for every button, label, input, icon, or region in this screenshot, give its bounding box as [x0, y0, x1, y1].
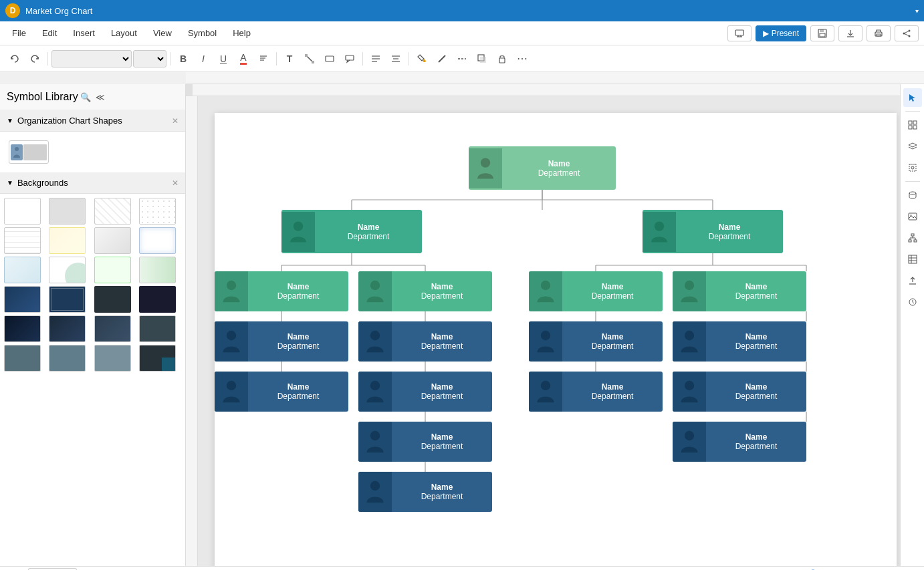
bg-item-13[interactable] — [4, 286, 41, 313]
italic-button[interactable]: I — [194, 49, 213, 68]
text-button[interactable] — [254, 49, 273, 68]
org-node-l3-5[interactable]: Name Department — [358, 372, 492, 412]
right-panel-layers-button[interactable] — [903, 137, 922, 156]
org-shape-item-person[interactable] — [9, 140, 49, 164]
bg-item-23[interactable] — [94, 345, 131, 372]
fit-page-button[interactable] — [899, 565, 917, 571]
bg-item-7[interactable] — [94, 227, 131, 254]
menu-view[interactable]: View — [146, 25, 179, 41]
menu-help[interactable]: Help — [226, 25, 257, 41]
bg-item-10[interactable] — [49, 257, 86, 283]
org-node-l2-2[interactable]: Name Department — [529, 271, 663, 311]
fill-color-button[interactable] — [413, 49, 431, 68]
print-button[interactable] — [867, 25, 891, 41]
bg-item-pattern1[interactable] — [94, 198, 131, 225]
more-options-button[interactable]: ⋯ — [513, 49, 532, 68]
org-shapes-section-header[interactable]: ▼ Organization Chart Shapes ✕ — [0, 110, 185, 132]
screen-button[interactable] — [727, 25, 752, 41]
redo-button[interactable] — [25, 49, 44, 68]
org-node-l1-left[interactable]: Name Department — [281, 210, 422, 253]
underline-button[interactable]: U — [214, 49, 233, 68]
lock-button[interactable] — [493, 49, 511, 68]
shadow-button[interactable] — [473, 49, 491, 68]
right-panel-database-button[interactable] — [903, 186, 922, 204]
right-panel-image-button[interactable] — [903, 207, 922, 226]
right-panel-table-button[interactable] — [903, 250, 922, 269]
undo-button[interactable] — [5, 49, 24, 68]
bg-item-18[interactable] — [49, 315, 86, 342]
right-panel-crop-button[interactable] — [903, 158, 922, 177]
canvas[interactable]: Name Department Name Department — [215, 113, 897, 566]
page-tab-1[interactable]: Page-1 ▾ — [28, 568, 77, 571]
search-button[interactable]: 🔍 — [78, 90, 93, 104]
org-node-l2-3[interactable]: Name Department — [673, 271, 806, 311]
right-panel-history-button[interactable] — [903, 293, 922, 311]
menu-layout[interactable]: Layout — [104, 25, 144, 41]
right-panel-import-button[interactable] — [903, 271, 922, 290]
menu-edit[interactable]: Edit — [35, 25, 64, 41]
bg-item-14[interactable] — [49, 286, 86, 313]
bg-item-22[interactable] — [49, 345, 86, 372]
org-node-l2-1[interactable]: Name Department — [358, 271, 492, 311]
align-more-button[interactable] — [386, 49, 405, 68]
collapse-sidebar-button[interactable]: ≪ — [93, 90, 108, 104]
shape-button[interactable] — [320, 49, 339, 68]
bg-item-9[interactable] — [4, 257, 41, 283]
bg-item-24[interactable] — [139, 345, 176, 372]
save-button[interactable] — [810, 25, 834, 41]
canvas-area[interactable]: // Will render via JS — [186, 84, 900, 566]
bg-item-15[interactable] — [94, 286, 131, 313]
menu-insert[interactable]: Insert — [66, 25, 102, 41]
right-panel-orgchart-button[interactable] — [903, 229, 922, 247]
connector-button[interactable] — [300, 49, 319, 68]
text-format-button[interactable]: T — [280, 49, 299, 68]
page-view-button[interactable] — [7, 565, 25, 571]
bg-item-21[interactable] — [4, 345, 41, 372]
bg-item-17[interactable] — [4, 315, 41, 342]
bg-item-pattern2[interactable] — [139, 198, 176, 225]
bg-item-5[interactable] — [4, 227, 41, 254]
org-node-l3-8[interactable]: Name Department — [358, 422, 492, 462]
bg-item-12[interactable] — [139, 257, 176, 283]
bg-item-8[interactable] — [139, 227, 176, 254]
bg-item-11[interactable] — [94, 257, 131, 283]
backgrounds-section-header[interactable]: ▼ Backgrounds ✕ — [0, 172, 185, 194]
org-node-l3-1[interactable]: Name Department — [358, 321, 492, 362]
font-color-button[interactable]: A — [234, 49, 253, 68]
org-node-l3-10[interactable]: Name Department — [358, 472, 492, 512]
bg-item-gray[interactable] — [49, 198, 86, 225]
org-node-l3-0[interactable]: Name Department — [215, 321, 348, 362]
org-node-l3-7[interactable]: Name Department — [673, 372, 806, 412]
org-node-l3-4[interactable]: Name Department — [215, 372, 348, 412]
backgrounds-close-button[interactable]: ✕ — [172, 178, 179, 188]
share-button[interactable] — [895, 25, 919, 41]
line-style-button[interactable] — [453, 49, 471, 68]
bg-item-16[interactable] — [139, 286, 176, 313]
bg-item-white[interactable] — [4, 198, 41, 225]
org-node-l2-0[interactable]: Name Department — [215, 271, 348, 311]
titlebar-chevron[interactable]: ▾ — [915, 7, 919, 15]
canvas-scroll[interactable]: Name Department Name Department — [198, 96, 900, 566]
bg-item-19[interactable] — [94, 315, 131, 342]
bold-button[interactable]: B — [174, 49, 193, 68]
org-node-l3-2[interactable]: Name Department — [529, 321, 663, 362]
org-node-l3-6[interactable]: Name Department — [529, 372, 663, 412]
menu-symbol[interactable]: Symbol — [181, 25, 223, 41]
font-select[interactable] — [51, 50, 132, 67]
line-color-button[interactable] — [433, 49, 451, 68]
right-panel-pointer-button[interactable] — [903, 88, 922, 107]
org-node-root[interactable]: Name Department — [469, 146, 616, 190]
bg-item-6[interactable] — [49, 227, 86, 254]
org-node-l3-9[interactable]: Name Department — [673, 422, 806, 462]
org-shapes-close-button[interactable]: ✕ — [172, 116, 179, 126]
present-button[interactable]: ▶ Present — [756, 25, 806, 41]
org-node-l3-3[interactable]: Name Department — [673, 321, 806, 362]
download-button[interactable] — [838, 25, 862, 41]
menu-file[interactable]: File — [5, 25, 33, 41]
font-size-select[interactable] — [133, 50, 166, 67]
callout-button[interactable] — [340, 49, 359, 68]
right-panel-grid-button[interactable] — [903, 116, 922, 134]
bg-item-20[interactable] — [139, 315, 176, 342]
align-left-button[interactable] — [366, 49, 385, 68]
org-node-l1-right[interactable]: Name Department — [643, 210, 783, 253]
